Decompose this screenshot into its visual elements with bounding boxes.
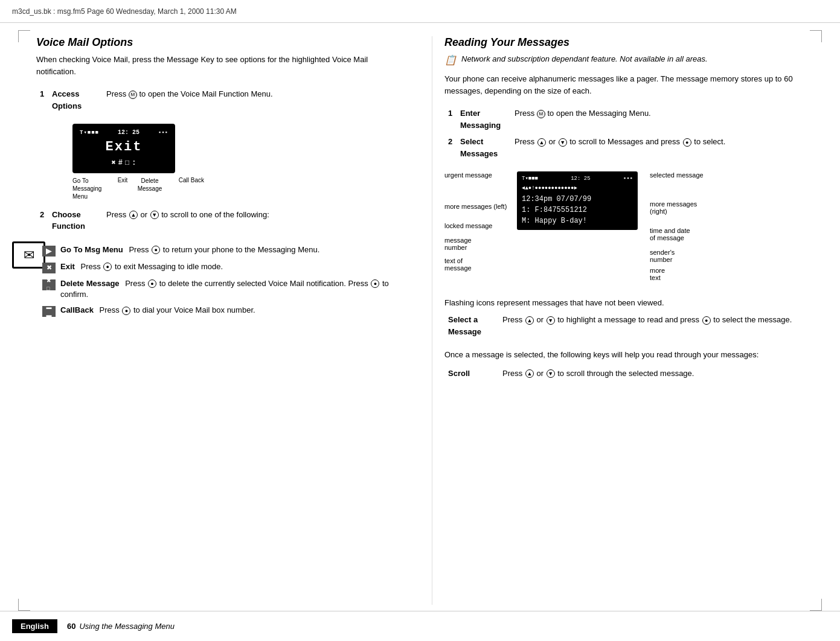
sub-steps: ▶ Go To Msg Menu Press ● to return your … <box>42 244 396 317</box>
step-1-label: Access Options <box>48 86 103 114</box>
crop-mark-bl <box>18 599 30 611</box>
scroll-table: Scroll Press ▲ or ▼ to scroll through th… <box>444 366 804 381</box>
more-text-label: moretext <box>650 267 716 281</box>
msg-screen-center: T▾■■■ 12: 25 ▪▪▪ ◄▲●!●●●●●●●●●●●●► 12:34… <box>517 171 638 230</box>
phone-screen-wrap: T▾■■■ 12: 25 ▪▪▪ Exit ✖ # □ : Go ToMessa… <box>72 124 396 200</box>
msg-screen-status-left: T▾■■■ <box>522 175 538 183</box>
crop-mark-tr <box>810 30 822 42</box>
screen-labels-row: Go ToMessagingMenu Exit DeleteMessage Ca… <box>72 177 211 200</box>
exit-icon: ✖ <box>42 263 56 273</box>
note-text: Network and subscription dependant featu… <box>461 54 708 65</box>
note-icon: 📋 <box>444 54 457 67</box>
right-annotations: selected message more messages(right) ti… <box>650 171 716 281</box>
step-1-desc: Press M to open the Voice Mail Function … <box>103 86 396 114</box>
crop-mark-br <box>810 599 822 611</box>
step-2-table: 2 Choose Function Press ▲ or ▼ to scroll… <box>36 206 396 235</box>
goto-label: Go To Msg Menu <box>60 245 123 254</box>
right-step-2-num: 2 <box>444 133 457 162</box>
step-1-row: 1 Access Options Press M to open the Voi… <box>36 86 396 114</box>
footer: English 60 Using the Messaging Menu <box>0 611 840 641</box>
scroll-label: Scroll <box>444 366 499 381</box>
circle-up: ▲ <box>129 211 138 219</box>
left-column: Voice Mail Options When checking Voice M… <box>36 36 408 605</box>
step-1-number: 1 <box>36 86 48 114</box>
text-of-msg-label: text ofmessage <box>444 257 517 272</box>
select-msg-desc: Press ▲ or ▼ to highlight a message to r… <box>499 312 804 339</box>
footer-page: 60 <box>67 622 75 631</box>
right-step-1-desc: Press M to open the Messaging Menu. <box>511 105 804 133</box>
step-2-number: 2 <box>36 206 48 235</box>
footer-language: English <box>12 619 57 633</box>
msg-btn-r1: M <box>537 110 545 118</box>
left-annotations: urgent message more messages (left) lock… <box>444 171 517 272</box>
right-intro: Your phone can receive alphanumeric mess… <box>444 73 804 97</box>
scroll-row: Scroll Press ▲ or ▼ to scroll through th… <box>444 366 804 381</box>
selected-msg-label: selected message <box>650 171 716 179</box>
label-delete-message: DeleteMessage <box>132 177 168 200</box>
battery-icon: ▪▪▪ <box>158 129 168 137</box>
exit-label: Exit <box>60 262 75 271</box>
label-call-back: Call Back <box>168 177 204 200</box>
right-steps-table: 1 Enter Messaging Press M to open the Me… <box>444 105 804 162</box>
urgent-msg-label: urgent message <box>444 171 517 179</box>
goto-icon: ▶ <box>42 246 56 257</box>
msg-screen-time: 12: 25 <box>571 175 590 183</box>
phone-screen: T▾■■■ 12: 25 ▪▪▪ Exit ✖ # □ : <box>72 124 175 173</box>
msg-progress-bar: ◄▲●!●●●●●●●●●●●●► <box>522 185 633 193</box>
phone-screen-top: T▾■■■ 12: 25 ▪▪▪ <box>80 129 168 137</box>
screen-main-text: Exit <box>80 138 168 157</box>
main-content: Voice Mail Options When checking Voice M… <box>36 36 804 605</box>
callback-icon: ▬▬ <box>42 306 56 317</box>
right-section-title: Reading Your Messages <box>444 36 804 49</box>
step-2-row: 2 Choose Function Press ▲ or ▼ to scroll… <box>36 206 396 235</box>
right-step-1: 1 Enter Messaging Press M to open the Me… <box>444 105 804 133</box>
select-msg-row: Select a Message Press ▲ or ▼ to highlig… <box>444 312 804 339</box>
screen-status-left: T▾■■■ <box>80 129 99 137</box>
once-selected-text: Once a message is selected, the followin… <box>444 349 804 361</box>
msg-btn-1: M <box>129 91 137 99</box>
screen-icons: ✖ # □ : <box>80 158 168 168</box>
right-step-1-num: 1 <box>444 105 457 133</box>
step-2-desc: Press ▲ or ▼ to scroll to one of the fol… <box>103 206 396 235</box>
sub-step-exit: ✖ Exit Press ● to exit Messaging to idle… <box>42 261 396 273</box>
senders-number-label: sender'snumber <box>650 249 716 263</box>
flashing-note: Flashing icons represent messages that h… <box>444 298 804 307</box>
label-exit: Exit <box>114 177 132 200</box>
callback-desc: Press ● to dial your Voice Mail box numb… <box>100 305 255 314</box>
header-text: m3cd_us.bk : msg.fm5 Page 60 Wednesday, … <box>12 7 237 16</box>
goto-desc: Press ● to return your phone to the Mess… <box>129 245 319 254</box>
right-column: Reading Your Messages 📋 Network and subs… <box>432 36 804 605</box>
footer-caption: Using the Messaging Menu <box>79 622 175 631</box>
sub-step-callback: ▬▬ CallBack Press ● to dial your Voice M… <box>42 305 396 317</box>
exit-desc: Press ● to exit Messaging to idle mode. <box>80 262 223 271</box>
delete-icon: ✖□ <box>42 279 56 290</box>
screen-time: 12: 25 <box>118 129 139 137</box>
right-step-2-label: Select Messages <box>457 133 511 162</box>
select-msg-label: Select a Message <box>444 312 499 339</box>
msg-screen-body: 12:34pm 07/07/99 1: F:8475551212 M: Happ… <box>522 194 633 226</box>
label-go-to-messaging: Go ToMessagingMenu <box>72 177 114 200</box>
step-2-label: Choose Function <box>48 206 103 235</box>
more-msgs-right-label: more messages(right) <box>650 200 716 215</box>
right-step-2: 2 Select Messages Press ▲ or ▼ to scroll… <box>444 133 804 162</box>
left-section-intro: When checking Voice Mail, press the Mess… <box>36 54 396 77</box>
msg-screen-battery: ▪▪▪ <box>623 175 633 183</box>
right-step-2-desc: Press ▲ or ▼ to scroll to Messages and p… <box>511 133 804 162</box>
left-section-title: Voice Mail Options <box>36 36 396 49</box>
header-bar: m3cd_us.bk : msg.fm5 Page 60 Wednesday, … <box>0 0 840 23</box>
more-msgs-left-label: more messages (left) <box>444 203 517 210</box>
time-date-label: time and dateof message <box>650 227 716 241</box>
msg-screen-status: T▾■■■ 12: 25 ▪▪▪ <box>522 175 633 183</box>
sub-step-goto: ▶ Go To Msg Menu Press ● to return your … <box>42 244 396 257</box>
left-steps-table: 1 Access Options Press M to open the Voi… <box>36 86 396 114</box>
msg-screen-section: urgent message more messages (left) lock… <box>444 171 804 292</box>
callback-label: CallBack <box>60 305 94 314</box>
locked-msg-label: locked message <box>444 222 517 229</box>
delete-label: Delete Message <box>60 279 120 288</box>
select-msg-table: Select a Message Press ▲ or ▼ to highlig… <box>444 312 804 339</box>
crop-mark-tl <box>18 30 30 42</box>
msg-number-label: messagenumber <box>444 237 517 251</box>
right-step-1-label: Enter Messaging <box>457 105 511 133</box>
sub-step-delete: ✖□ Delete Message Press ● to delete the … <box>42 278 396 300</box>
scroll-desc: Press ▲ or ▼ to scroll through the selec… <box>499 366 804 381</box>
